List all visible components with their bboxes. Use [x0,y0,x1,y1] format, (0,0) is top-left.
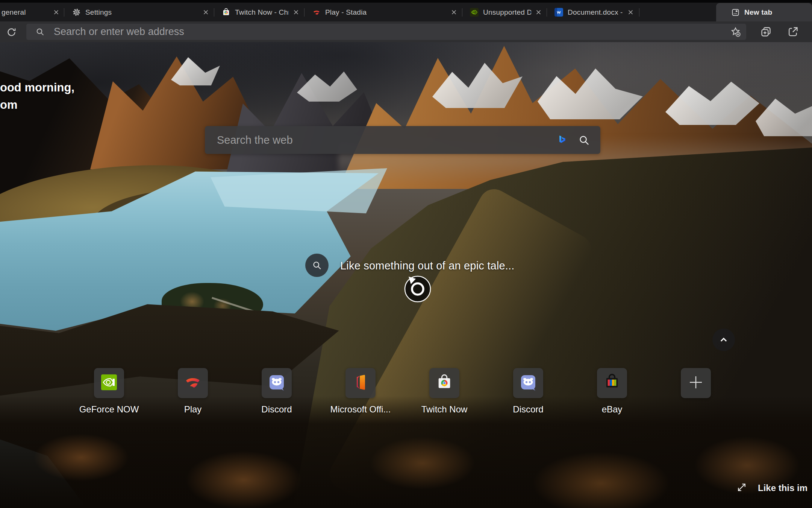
refresh-button[interactable] [5,26,17,38]
tab-document-word[interactable]: Document.docx - [547,3,639,21]
quick-link-play-stadia[interactable]: Play [178,368,208,398]
bing-logo-icon [556,134,568,146]
edge-browser-window: general Settings [0,0,812,508]
quick-link-twitch-now[interactable]: Twitch Now [429,368,459,398]
tab-strip: general Settings [0,0,812,21]
quick-link-label: Microsoft Offi... [323,404,398,415]
greeting-line-1: ood morning, [0,79,74,96]
tab-general[interactable]: general [0,3,65,21]
quick-link-label: Twitch Now [407,404,482,415]
tab-divider [64,8,64,17]
scroll-to-top-button[interactable] [712,329,735,351]
discord-icon [268,373,286,393]
plus-icon [687,373,705,393]
greeting-line-2: om [0,96,74,114]
quick-links-row: GeForce NOW Play [94,368,711,398]
new-tab-page-icon [731,8,740,17]
tab-close-icon[interactable] [202,9,209,16]
search-submit-icon[interactable] [578,134,590,146]
collections-icon[interactable] [760,26,772,38]
gear-icon [72,8,81,17]
tab-close-icon[interactable] [450,9,457,16]
add-quick-link-button[interactable] [681,368,711,398]
chrome-web-store-icon [222,8,230,17]
share-icon[interactable] [787,26,799,38]
search-icon [35,27,45,37]
tab-divider [547,8,547,17]
tab-divider [304,8,304,17]
quick-link-label: Play [155,404,230,415]
tab-title: New tab [744,8,807,17]
tab-settings[interactable]: Settings [65,3,214,21]
tab-play-stadia[interactable]: Play - Stadia [304,3,462,21]
new-tab-page: ood morning, om Like someth [0,42,812,508]
tab-close-icon[interactable] [292,9,299,16]
tab-close-icon[interactable] [627,9,634,16]
word-icon [554,8,563,17]
expand-image-icon[interactable] [736,482,747,494]
tab-title: Play - Stadia [325,8,447,17]
greeting-text: ood morning, om [0,79,74,114]
stadia-icon [312,8,321,17]
quick-link-label: GeForce NOW [71,404,147,415]
address-input[interactable] [53,26,730,38]
stadia-icon [183,373,202,393]
tab-close-icon[interactable] [53,9,59,16]
microsoft-office-icon [352,374,369,392]
chrome-web-store-icon [436,374,453,392]
quick-link-discord[interactable]: Discord [262,368,292,398]
web-search-bar[interactable] [205,126,600,154]
cursor-click-indicator [401,271,435,305]
ebay-store-bag-icon [603,373,621,393]
geforce-now-icon [100,373,118,393]
quick-link-microsoft-office[interactable]: Microsoft Offi... [345,368,376,398]
quick-link-geforce-now[interactable]: GeForce NOW [94,368,124,398]
tab-divider [214,8,214,17]
tab-new-tab-active[interactable]: New tab [716,3,812,21]
quick-link-discord-2[interactable]: Discord [513,368,543,398]
quick-link-label: eBay [574,404,650,415]
tab-title: Twitch Now - Chro [235,8,289,17]
quick-link-ebay[interactable]: eBay [597,368,627,398]
nvidia-icon [470,8,479,17]
image-caption: Like something out of an epic tale... [340,260,515,272]
browser-toolbar [0,21,812,42]
tab-unsupported-device-nvidia[interactable]: Unsupported Devi [462,3,547,21]
tab-divider [639,8,639,17]
tab-title: general [2,8,49,17]
image-feedback-area: Like this im [736,482,807,494]
tab-close-icon[interactable] [535,9,542,16]
quick-link-label: Discord [491,404,566,415]
quick-link-label: Discord [239,404,314,415]
tab-title: Settings [85,8,198,17]
image-feedback-label[interactable]: Like this im [758,483,807,493]
address-bar[interactable] [26,24,746,40]
add-favorite-star-icon[interactable] [730,26,741,37]
tab-twitch-now-chrome-store[interactable]: Twitch Now - Chro [214,3,304,21]
web-search-input[interactable] [216,134,556,147]
discord-icon [519,373,537,393]
tab-title: Unsupported Devi [483,8,531,17]
tab-divider [462,8,462,17]
image-info-search-button[interactable] [305,254,329,277]
tab-title: Document.docx - [568,8,623,17]
